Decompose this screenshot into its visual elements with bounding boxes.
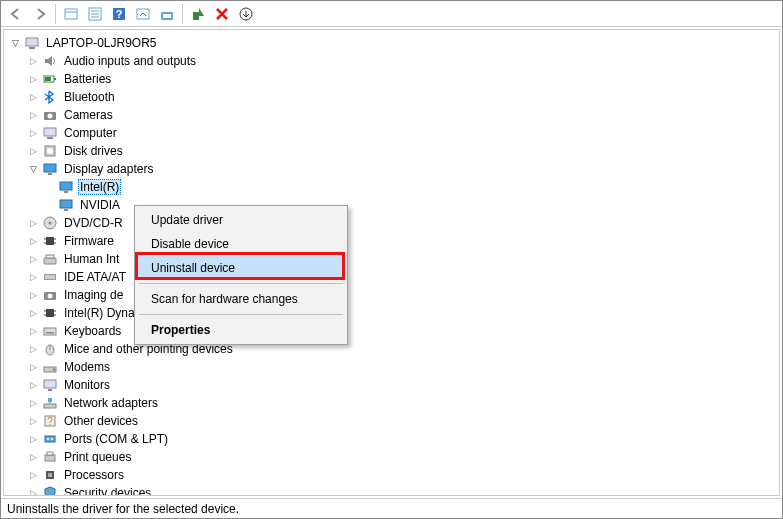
expand-icon[interactable] bbox=[26, 378, 40, 392]
tree-category-label: Computer bbox=[62, 125, 119, 141]
display-icon bbox=[58, 179, 74, 195]
bluetooth-icon bbox=[42, 89, 58, 105]
tree-root[interactable]: LAPTOP-0LJR9OR5 bbox=[8, 34, 779, 52]
tree-category-label: Other devices bbox=[62, 413, 140, 429]
tree-category[interactable]: Modems bbox=[8, 358, 779, 376]
svg-rect-14 bbox=[29, 47, 35, 49]
tree-category[interactable]: Disk drives bbox=[8, 142, 779, 160]
tree-device[interactable]: NVIDIA bbox=[8, 196, 779, 214]
tree-category[interactable]: Audio inputs and outputs bbox=[8, 52, 779, 70]
tree-category-label: Processors bbox=[62, 467, 126, 483]
enable-button[interactable] bbox=[187, 3, 209, 25]
tree-category-label: Network adapters bbox=[62, 395, 160, 411]
tree-category[interactable]: DVD/CD-R bbox=[8, 214, 779, 232]
show-hidden-button[interactable] bbox=[60, 3, 82, 25]
expand-icon[interactable] bbox=[26, 306, 40, 320]
properties-button[interactable] bbox=[84, 3, 106, 25]
tree-category-label: Keyboards bbox=[62, 323, 123, 339]
expand-icon[interactable] bbox=[26, 396, 40, 410]
battery-icon bbox=[42, 71, 58, 87]
svg-point-31 bbox=[49, 222, 52, 225]
expand-icon[interactable] bbox=[26, 324, 40, 338]
context-menu-item[interactable]: Disable device bbox=[137, 232, 345, 256]
expand-icon[interactable] bbox=[26, 216, 40, 230]
svg-text:?: ? bbox=[47, 416, 53, 427]
tree-category[interactable]: Intel(R) Dynamic Platform and Thermal Fr… bbox=[8, 304, 779, 322]
help-button[interactable]: ? bbox=[108, 3, 130, 25]
tree-category-label: Bluetooth bbox=[62, 89, 117, 105]
svg-rect-32 bbox=[46, 237, 54, 245]
tree-category[interactable]: Monitors bbox=[8, 376, 779, 394]
toolbar-separator bbox=[55, 4, 56, 24]
expand-icon[interactable] bbox=[26, 414, 40, 428]
svg-point-54 bbox=[53, 369, 55, 371]
expand-icon[interactable] bbox=[26, 162, 40, 176]
expand-icon[interactable] bbox=[26, 144, 40, 158]
tree-category[interactable]: Firmware bbox=[8, 232, 779, 250]
tree-category[interactable]: Batteries bbox=[8, 70, 779, 88]
tree-category[interactable]: IDE ATA/AT bbox=[8, 268, 779, 286]
tree-category-label: Cameras bbox=[62, 107, 115, 123]
context-menu-item[interactable]: Uninstall device bbox=[137, 256, 345, 280]
expand-icon[interactable] bbox=[26, 234, 40, 248]
svg-point-23 bbox=[47, 148, 53, 154]
tree-category[interactable]: Imaging de bbox=[8, 286, 779, 304]
camera-icon bbox=[42, 107, 58, 123]
update-driver-button[interactable] bbox=[156, 3, 178, 25]
tree-category-label: DVD/CD-R bbox=[62, 215, 125, 231]
expand-icon[interactable] bbox=[26, 468, 40, 482]
expand-icon[interactable] bbox=[26, 360, 40, 374]
tree-category-label: Display adapters bbox=[62, 161, 155, 177]
svg-rect-50 bbox=[46, 332, 54, 334]
context-menu-item[interactable]: Update driver bbox=[137, 208, 345, 232]
tree-category[interactable]: Computer bbox=[8, 124, 779, 142]
hid-icon bbox=[42, 251, 58, 267]
mouse-icon bbox=[42, 341, 58, 357]
expand-icon[interactable] bbox=[8, 36, 22, 50]
tree-category-label: Ports (COM & LPT) bbox=[62, 431, 170, 447]
expand-icon[interactable] bbox=[26, 54, 40, 68]
tree-category[interactable]: Mice and other pointing devices bbox=[8, 340, 779, 358]
scan-button[interactable] bbox=[132, 3, 154, 25]
expand-icon[interactable] bbox=[26, 342, 40, 356]
svg-point-64 bbox=[51, 438, 53, 440]
expand-icon[interactable] bbox=[26, 126, 40, 140]
uninstall-button[interactable] bbox=[211, 3, 233, 25]
expand-icon[interactable] bbox=[26, 432, 40, 446]
tree-device[interactable]: Intel(R) bbox=[8, 178, 779, 196]
context-menu-item[interactable]: Scan for hardware changes bbox=[137, 287, 345, 311]
expand-icon[interactable] bbox=[26, 288, 40, 302]
context-menu-item[interactable]: Properties bbox=[137, 318, 345, 342]
tree-category[interactable]: Display adapters bbox=[8, 160, 779, 178]
tree-category[interactable]: Keyboards bbox=[8, 322, 779, 340]
dvd-icon bbox=[42, 215, 58, 231]
expand-icon[interactable] bbox=[26, 486, 40, 495]
device-tree[interactable]: LAPTOP-0LJR9OR5 Audio inputs and outputs… bbox=[4, 30, 779, 495]
back-button[interactable] bbox=[5, 3, 27, 25]
tree-category[interactable]: Print queues bbox=[8, 448, 779, 466]
context-menu-separator bbox=[139, 283, 343, 284]
svg-rect-57 bbox=[44, 404, 56, 408]
tree-category[interactable]: Processors bbox=[8, 466, 779, 484]
tree-category[interactable]: ?Other devices bbox=[8, 412, 779, 430]
tree-category[interactable]: Ports (COM & LPT) bbox=[8, 430, 779, 448]
expand-icon[interactable] bbox=[26, 450, 40, 464]
expand-icon[interactable] bbox=[26, 252, 40, 266]
down-arrow-button[interactable] bbox=[235, 3, 257, 25]
keyboard-icon bbox=[42, 323, 58, 339]
tree-category-label: IDE ATA/AT bbox=[62, 269, 128, 285]
expand-icon[interactable] bbox=[26, 270, 40, 284]
svg-rect-49 bbox=[44, 328, 56, 335]
tree-category[interactable]: Security devices bbox=[8, 484, 779, 495]
tree-category[interactable]: Human Int bbox=[8, 250, 779, 268]
tree-category-label: Disk drives bbox=[62, 143, 125, 159]
expand-icon[interactable] bbox=[26, 108, 40, 122]
svg-point-19 bbox=[48, 114, 53, 119]
expand-icon[interactable] bbox=[26, 90, 40, 104]
svg-rect-62 bbox=[45, 436, 55, 442]
tree-category[interactable]: Bluetooth bbox=[8, 88, 779, 106]
forward-button[interactable] bbox=[29, 3, 51, 25]
tree-category[interactable]: Cameras bbox=[8, 106, 779, 124]
tree-category[interactable]: Network adapters bbox=[8, 394, 779, 412]
expand-icon[interactable] bbox=[26, 72, 40, 86]
